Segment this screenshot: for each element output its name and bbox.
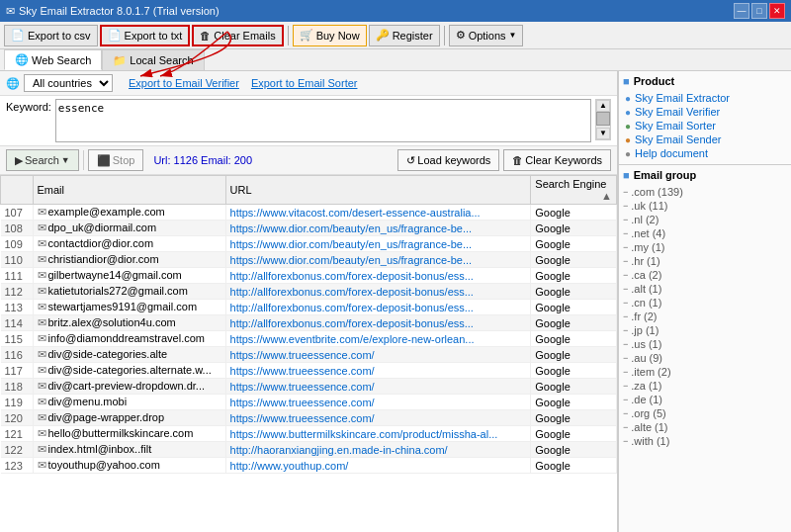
app-title: Sky Email Extractor 8.0.1.7 (Trial versi…: [19, 5, 220, 17]
table-row[interactable]: 120 ✉div@page-wrapper.drop https://www.t…: [1, 410, 617, 426]
export-verifier-link[interactable]: Export to Email Verifier: [129, 77, 239, 89]
row-url[interactable]: http://allforexbonus.com/forex-deposit-b…: [225, 268, 531, 284]
row-email: ✉info@diamonddreamstravel.com: [33, 331, 225, 347]
row-url[interactable]: http://allforexbonus.com/forex-deposit-b…: [225, 300, 531, 315]
email-group-item[interactable]: −.org (5): [623, 406, 787, 420]
row-url[interactable]: http://haoranxiangjing.en.made-in-china.…: [225, 442, 531, 458]
row-email: ✉div@cart-preview-dropdown.dr...: [33, 379, 225, 395]
row-url[interactable]: https://www.trueessence.com/: [225, 395, 531, 410]
product-item[interactable]: ●Sky Email Verifier: [623, 105, 787, 119]
email-group-title: ■ Email group: [623, 169, 787, 181]
table-row[interactable]: 107 ✉example@example.com https://www.vit…: [1, 205, 617, 221]
product-item[interactable]: ●Sky Email Extractor: [623, 91, 787, 105]
export-sorter-link[interactable]: Export to Email Sorter: [251, 77, 358, 89]
row-url[interactable]: https://www.eventbrite.com/e/explore-new…: [225, 331, 531, 347]
table-row[interactable]: 108 ✉dpo_uk@diormail.com https://www.dio…: [1, 221, 617, 236]
row-url[interactable]: https://www.dior.com/beauty/en_us/fragra…: [225, 252, 531, 268]
keyword-scrollbar[interactable]: ▲ ▼: [595, 99, 611, 140]
country-select[interactable]: All countries: [24, 74, 113, 92]
export-csv-icon: 📄: [11, 29, 25, 42]
load-keywords-button[interactable]: ↺ Load keywords: [397, 149, 499, 171]
minus-icon: −: [623, 353, 628, 363]
close-button[interactable]: ✕: [769, 3, 785, 19]
email-group-item[interactable]: −.uk (11): [623, 199, 787, 213]
row-url[interactable]: https://www.vitacost.com/desert-essence-…: [225, 205, 531, 221]
search-button[interactable]: ▶ Search ▼: [6, 149, 79, 171]
globe-icon: 🌐: [6, 77, 20, 90]
email-group-item[interactable]: −.jp (1): [623, 323, 787, 337]
row-url[interactable]: https://www.dior.com/beauty/en_us/fragra…: [225, 221, 531, 236]
clear-emails-button[interactable]: 🗑 Clear Emails: [192, 25, 283, 46]
email-group-item[interactable]: −.alt (1): [623, 282, 787, 296]
table-row[interactable]: 115 ✉info@diamonddreamstravel.com https:…: [1, 331, 617, 347]
table-row[interactable]: 114 ✉britz.alex@solution4u.com http://al…: [1, 315, 617, 331]
minus-icon: −: [623, 256, 628, 266]
register-button[interactable]: 🔑 Register: [369, 25, 440, 46]
group-count: (4): [653, 227, 665, 239]
group-label: .za: [631, 380, 646, 392]
scroll-down-button[interactable]: ▼: [596, 128, 610, 139]
product-item[interactable]: ●Sky Email Sorter: [623, 119, 787, 133]
table-row[interactable]: 116 ✉div@side-categories.alte https://ww…: [1, 347, 617, 363]
row-num: 120: [1, 410, 34, 426]
email-group-item[interactable]: −.au (9): [623, 351, 787, 365]
table-row[interactable]: 110 ✉christiandior@dior.com https://www.…: [1, 252, 617, 268]
row-url[interactable]: http://allforexbonus.com/forex-deposit-b…: [225, 284, 531, 300]
row-url[interactable]: https://www.trueessence.com/: [225, 410, 531, 426]
results-table: Email URL Search Engine ▲: [0, 175, 617, 474]
row-email: ✉div@side-categories.alte: [33, 347, 225, 363]
table-row[interactable]: 118 ✉div@cart-preview-dropdown.dr... htt…: [1, 379, 617, 395]
email-group-item[interactable]: −.za (1): [623, 379, 787, 393]
row-url[interactable]: https://www.trueessence.com/: [225, 363, 531, 379]
buy-now-button[interactable]: 🛒 Buy Now: [293, 25, 367, 46]
tab-local-search[interactable]: 📁 Local Search: [102, 49, 204, 70]
export-txt-button[interactable]: 📄 Export to txt: [100, 25, 191, 46]
email-group-item[interactable]: −.ca (2): [623, 268, 787, 282]
scroll-up-button[interactable]: ▲: [596, 100, 610, 112]
table-row[interactable]: 117 ✉div@side-categories.alternate.w... …: [1, 363, 617, 379]
results-table-container[interactable]: Email URL Search Engine ▲: [0, 175, 617, 532]
table-row[interactable]: 113 ✉stewartjames9191@gmail.com http://a…: [1, 300, 617, 315]
clear-keywords-button[interactable]: 🗑 Clear Keywords: [503, 149, 611, 171]
email-group-item[interactable]: −.my (1): [623, 240, 787, 254]
table-row[interactable]: 121 ✉hello@buttermilkskincare.com https:…: [1, 426, 617, 442]
maximize-button[interactable]: □: [751, 3, 767, 19]
table-row[interactable]: 123 ✉toyouthup@yahoo.com http://www.yout…: [1, 458, 617, 474]
email-group-item[interactable]: −.with (1): [623, 434, 787, 448]
keyword-input[interactable]: essence: [55, 99, 591, 142]
row-engine: Google: [531, 315, 617, 331]
email-group-item[interactable]: −.alte (1): [623, 420, 787, 434]
email-group-item[interactable]: −.hr (1): [623, 254, 787, 268]
row-url[interactable]: https://www.buttermilkskincare.com/produ…: [225, 426, 531, 442]
group-label: .with: [631, 435, 654, 447]
group-count: (1): [655, 421, 667, 433]
stop-button[interactable]: ⬛ Stop: [88, 149, 144, 171]
export-csv-button[interactable]: 📄 Export to csv: [4, 25, 98, 46]
table-row[interactable]: 112 ✉katietutorials272@gmail.com http://…: [1, 284, 617, 300]
email-group-item[interactable]: −.item (2): [623, 365, 787, 379]
email-group-item[interactable]: −.cn (1): [623, 296, 787, 310]
email-group-item[interactable]: −.fr (2): [623, 310, 787, 323]
product-label: Sky Email Verifier: [635, 106, 720, 118]
tab-web-search[interactable]: 🌐 Web Search: [4, 49, 102, 70]
table-row[interactable]: 122 ✉index.html@inbox..filt http://haora…: [1, 442, 617, 458]
email-group-item[interactable]: −.de (1): [623, 393, 787, 406]
row-url[interactable]: https://www.trueessence.com/: [225, 379, 531, 395]
row-url[interactable]: https://www.dior.com/beauty/en_us/fragra…: [225, 236, 531, 252]
product-dot-icon: ●: [625, 134, 631, 145]
row-url[interactable]: https://www.trueessence.com/: [225, 347, 531, 363]
scroll-thumb: [596, 112, 610, 126]
email-group-item[interactable]: −.net (4): [623, 226, 787, 240]
table-row[interactable]: 111 ✉gilbertwayne14@gmail.com http://all…: [1, 268, 617, 284]
row-url[interactable]: http://allforexbonus.com/forex-deposit-b…: [225, 315, 531, 331]
row-url[interactable]: http://www.youthup.com/: [225, 458, 531, 474]
minimize-button[interactable]: —: [734, 3, 749, 19]
email-group-item[interactable]: −.nl (2): [623, 213, 787, 226]
table-row[interactable]: 119 ✉div@menu.mobi https://www.trueessen…: [1, 395, 617, 410]
product-item[interactable]: ●Sky Email Sender: [623, 133, 787, 146]
options-button[interactable]: ⚙ Options ▼: [449, 25, 524, 46]
table-row[interactable]: 109 ✉contactdior@dior.com https://www.di…: [1, 236, 617, 252]
email-group-item[interactable]: −.com (139): [623, 185, 787, 199]
email-group-item[interactable]: −.us (1): [623, 337, 787, 351]
product-item[interactable]: ●Help document: [623, 146, 787, 160]
